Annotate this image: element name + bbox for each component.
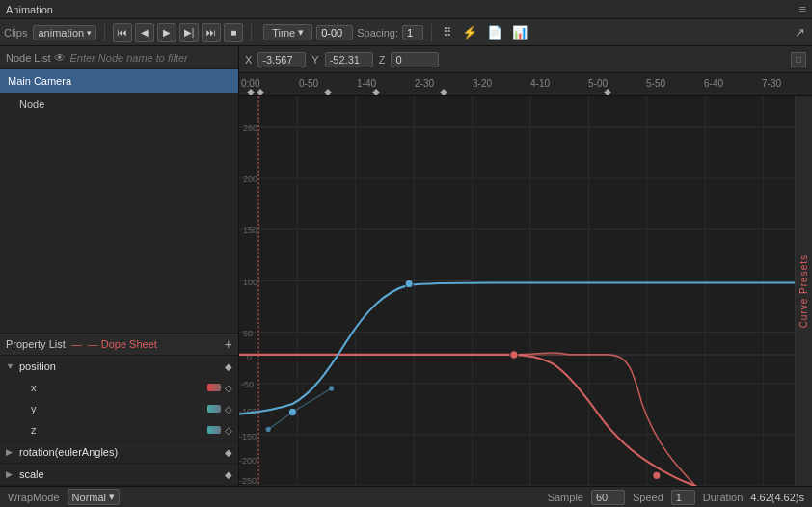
y-coord-label: Y — [311, 54, 318, 66]
step-forward-button[interactable]: ▶| — [179, 23, 199, 42]
svg-text:260: 260 — [243, 123, 257, 133]
svg-text:2-30: 2-30 — [415, 78, 434, 89]
prop-z-label: z — [31, 424, 203, 436]
spacing-input[interactable] — [402, 25, 423, 40]
svg-text:1-40: 1-40 — [357, 78, 376, 89]
svg-text:6-40: 6-40 — [704, 78, 723, 89]
main-layout: Node List 👁 Main Camera Node Property Li… — [0, 46, 812, 486]
curve-mini-btn[interactable]: □ — [791, 52, 806, 67]
x-curve-icon — [207, 384, 221, 391]
svg-text:5-50: 5-50 — [646, 78, 665, 89]
add-property-button[interactable]: + — [225, 336, 232, 352]
x-coord-input[interactable] — [257, 52, 306, 67]
curve-header: X Y Z □ — [239, 46, 812, 73]
wrap-mode-label: WrapMode — [8, 492, 60, 503]
visibility-icon[interactable]: 👁 — [54, 51, 66, 65]
scale-expand-icon: ▶ — [6, 469, 15, 479]
x-keyframe-icon: ◇ — [225, 383, 232, 393]
prop-group-scale: ▶ scale ◆ — [0, 464, 238, 486]
z-coord-input[interactable] — [391, 52, 439, 67]
left-panel: Node List 👁 Main Camera Node Property Li… — [0, 46, 239, 486]
wrap-mode-dropdown[interactable]: Normal ▾ — [68, 489, 120, 505]
node-filter-input[interactable] — [69, 52, 232, 64]
position-keyframe-icon: ◆ — [225, 361, 232, 372]
node-item-node[interactable]: Node — [0, 93, 238, 116]
svg-point-53 — [266, 427, 271, 432]
svg-text:-250: -250 — [239, 476, 257, 486]
app-title: Animation — [6, 4, 53, 15]
time-input[interactable] — [316, 25, 353, 40]
step-back-button[interactable]: ◀ — [135, 23, 154, 42]
node-item-label: Main Camera — [8, 75, 71, 87]
speed-label: Speed — [633, 492, 663, 503]
time-arrow: ▾ — [298, 26, 304, 39]
sample-input[interactable] — [591, 490, 625, 505]
svg-text:200: 200 — [243, 174, 257, 184]
grid-icon[interactable]: ⠿ — [440, 25, 455, 40]
clips-label: Clips — [4, 27, 27, 39]
curve-presets-sidebar[interactable]: Curve Presets — [795, 96, 812, 486]
duration-value: 4.62(4.62)s — [750, 492, 804, 503]
node-tree: Main Camera Node — [0, 69, 238, 333]
time-dropdown[interactable]: Time ▾ — [263, 24, 312, 40]
svg-text:50: 50 — [243, 329, 253, 338]
y-keyframe-icon: ◇ — [225, 404, 232, 414]
svg-text:-200: -200 — [239, 455, 257, 465]
prop-list: ▼ position ◆ x ◇ y ◇ — [0, 356, 238, 486]
sample-label: Sample — [548, 492, 583, 503]
svg-point-54 — [329, 386, 334, 390]
x-coord-label: X — [245, 54, 252, 66]
wrap-mode-value: Normal — [72, 492, 106, 503]
timeline-header: 0:00 0-50 1-40 2-30 3-20 4-10 5-00 5-50 … — [239, 73, 812, 96]
dope-bullet: — — [71, 338, 82, 350]
menu-icon[interactable]: ≡ — [798, 2, 806, 16]
prop-item-scale[interactable]: ▶ scale ◆ — [0, 464, 238, 485]
duration-label: Duration — [703, 492, 744, 503]
svg-text:100: 100 — [243, 277, 257, 286]
stop-button[interactable]: ■ — [224, 23, 243, 42]
doc-icon[interactable]: 📄 — [484, 25, 505, 40]
prop-rotation-label: rotation(eulerAngles) — [19, 446, 221, 458]
svg-text:-50: -50 — [241, 380, 254, 389]
prop-list-label: Property List — [6, 338, 66, 350]
curve-presets-label: Curve Presets — [798, 254, 809, 328]
y-coord-input[interactable] — [325, 52, 373, 67]
z-coord-label: Z — [379, 54, 386, 66]
prop-item-x[interactable]: x ◇ — [0, 377, 238, 398]
svg-text:3-20: 3-20 — [473, 78, 492, 89]
prop-item-position[interactable]: ▼ position ◆ — [0, 356, 238, 377]
svg-text:0-50: 0-50 — [299, 78, 318, 89]
prop-group-position: ▼ position ◆ x ◇ y ◇ — [0, 356, 238, 441]
toolbar: Clips animation ▾ ⏮ ◀ ▶ ▶| ⏭ ■ Time ▾ Sp… — [0, 19, 812, 46]
y-curve-icon — [207, 405, 221, 413]
play-button[interactable]: ▶ — [157, 23, 176, 42]
wrap-mode-arrow: ▾ — [109, 491, 115, 503]
export-icon[interactable]: ↗ — [792, 25, 808, 40]
scale-keyframe-icon: ◆ — [225, 469, 232, 480]
prop-group-rotation: ▶ rotation(eulerAngles) ◆ — [0, 441, 238, 464]
svg-text:150: 150 — [243, 226, 257, 235]
prop-position-label: position — [19, 360, 221, 372]
curve-area[interactable]: 260 200 150 100 50 0 -50 -100 -150 -200 … — [239, 96, 812, 486]
chart-icon[interactable]: 📊 — [509, 25, 530, 40]
node-item-label: Node — [19, 98, 44, 110]
curve-svg: 260 200 150 100 50 0 -50 -100 -150 -200 … — [239, 96, 812, 486]
svg-text:7-30: 7-30 — [762, 78, 781, 89]
prop-item-y[interactable]: y ◇ — [0, 398, 238, 419]
prop-y-label: y — [31, 403, 203, 414]
spacing-label: Spacing: — [357, 27, 398, 39]
prop-item-rotation[interactable]: ▶ rotation(eulerAngles) ◆ — [0, 441, 238, 463]
node-item-main-camera[interactable]: Main Camera — [0, 69, 238, 93]
svg-point-48 — [405, 280, 413, 288]
lightning-icon[interactable]: ⚡ — [459, 25, 480, 40]
prop-scale-label: scale — [19, 468, 221, 480]
title-bar: Animation ≡ — [0, 0, 812, 19]
speed-input[interactable] — [671, 490, 695, 505]
expand-icon: ▼ — [6, 361, 15, 371]
prop-item-z[interactable]: z ◇ — [0, 419, 238, 440]
skip-start-button[interactable]: ⏮ — [113, 23, 132, 42]
svg-text:-150: -150 — [239, 432, 257, 441]
node-list-header: Node List 👁 — [0, 46, 238, 69]
skip-end-button[interactable]: ⏭ — [202, 23, 221, 42]
clips-dropdown[interactable]: animation ▾ — [33, 25, 96, 40]
